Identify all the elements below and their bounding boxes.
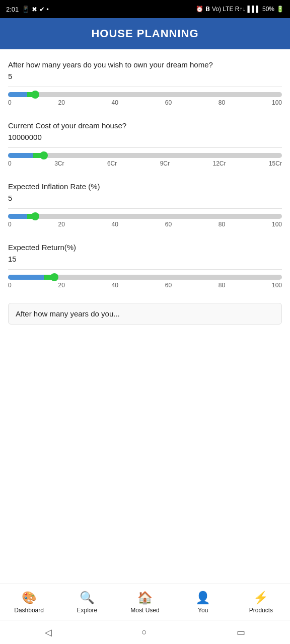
nav-label-dashboard: Dashboard: [14, 607, 44, 614]
slider-return-labels: 0 20 40 60 80 100: [8, 282, 282, 289]
partial-question-card: After how many years do you...: [8, 303, 282, 325]
slider-years-labels: 0 20 40 60 80 100: [8, 99, 282, 106]
question-inflation-value: 5: [8, 194, 282, 202]
question-cost: Current Cost of your dream house? 100000…: [8, 120, 282, 167]
slider-cost-track[interactable]: [8, 153, 282, 158]
slider-return-track[interactable]: [8, 275, 282, 280]
partial-card-text: After how many years do you...: [16, 309, 120, 318]
slider-return-thumb[interactable]: [50, 273, 58, 281]
signal-icon: ▌▌▌: [247, 6, 260, 13]
slider-cost[interactable]: [8, 153, 282, 158]
slider-inflation-labels: 0 20 40 60 80 100: [8, 221, 282, 228]
slider-inflation-blue: [8, 214, 27, 219]
nav-item-most-used[interactable]: 🏠 Most Used: [116, 591, 174, 614]
question-inflation-text: Expected Inflation Rate (%): [8, 181, 282, 192]
question-return-value: 15: [8, 255, 282, 263]
sys-back-button[interactable]: ◁: [45, 627, 52, 638]
slider-years-track[interactable]: [8, 92, 282, 97]
time: 2:01: [6, 6, 19, 13]
divider-inflation: [8, 208, 282, 209]
question-inflation: Expected Inflation Rate (%) 5 0 20 40 60…: [8, 181, 282, 228]
slider-years[interactable]: [8, 92, 282, 97]
question-cost-value: 10000000: [8, 133, 282, 141]
slider-inflation[interactable]: [8, 214, 282, 219]
slider-years-thumb[interactable]: [31, 91, 39, 99]
status-left: 2:01 📱 ✖ ✔ •: [6, 6, 49, 13]
divider-years: [8, 87, 282, 87]
sys-home-button[interactable]: ○: [141, 627, 147, 637]
question-return: Expected Return(%) 15 0 20 40 60 80 100: [8, 242, 282, 289]
question-years: After how many years do you wish to own …: [8, 59, 282, 106]
battery-icon: 🔋: [276, 6, 284, 13]
slider-return[interactable]: [8, 275, 282, 280]
network-info: Vo) LTE R↑↓: [212, 6, 245, 13]
slider-inflation-thumb[interactable]: [31, 212, 39, 220]
nav-item-you[interactable]: 👤 You: [174, 591, 232, 614]
system-nav: ◁ ○ ▭: [0, 620, 290, 644]
battery: 50%: [262, 6, 274, 13]
divider-return: [8, 269, 282, 270]
nav-item-explore[interactable]: 🔍 Explore: [58, 591, 116, 614]
nav-label-products: Products: [249, 607, 273, 614]
slider-inflation-track[interactable]: [8, 214, 282, 219]
nav-label-most-used: Most Used: [130, 607, 159, 614]
question-cost-text: Current Cost of your dream house?: [8, 120, 282, 131]
question-return-text: Expected Return(%): [8, 242, 282, 253]
most-used-icon: 🏠: [137, 591, 153, 605]
notification-icons: 📱 ✖ ✔ •: [22, 6, 48, 13]
alarm-icon: ⏰: [196, 6, 203, 13]
status-right: ⏰ 𝗕 Vo) LTE R↑↓ ▌▌▌ 50% 🔋: [196, 6, 284, 13]
question-years-value: 5: [8, 72, 282, 80]
nav-item-products[interactable]: ⚡ Products: [232, 591, 290, 614]
products-icon: ⚡: [253, 591, 268, 605]
you-icon: 👤: [195, 591, 210, 605]
app-header: HOUSE PLANNING: [0, 18, 290, 49]
slider-return-blue: [8, 275, 44, 280]
explore-icon: 🔍: [80, 591, 95, 605]
dashboard-icon: 🎨: [22, 591, 37, 605]
nav-item-dashboard[interactable]: 🎨 Dashboard: [0, 591, 58, 614]
slider-cost-blue: [8, 153, 33, 158]
nav-label-explore: Explore: [77, 607, 97, 614]
question-years-text: After how many years do you wish to own …: [8, 59, 282, 70]
slider-years-blue: [8, 92, 27, 97]
slider-cost-thumb[interactable]: [40, 151, 48, 159]
divider-cost: [8, 147, 282, 148]
bluetooth-icon: 𝗕: [205, 6, 210, 13]
bottom-nav: 🎨 Dashboard 🔍 Explore 🏠 Most Used 👤 You …: [0, 584, 290, 620]
page-title: HOUSE PLANNING: [8, 27, 282, 40]
sys-recents-button[interactable]: ▭: [237, 627, 245, 638]
status-bar: 2:01 📱 ✖ ✔ • ⏰ 𝗕 Vo) LTE R↑↓ ▌▌▌ 50% 🔋: [0, 0, 290, 18]
nav-label-you: You: [198, 607, 208, 614]
main-content: After how many years do you wish to own …: [0, 49, 290, 584]
slider-cost-labels: 0 3Cr 6Cr 9Cr 12Cr 15Cr: [8, 160, 282, 167]
